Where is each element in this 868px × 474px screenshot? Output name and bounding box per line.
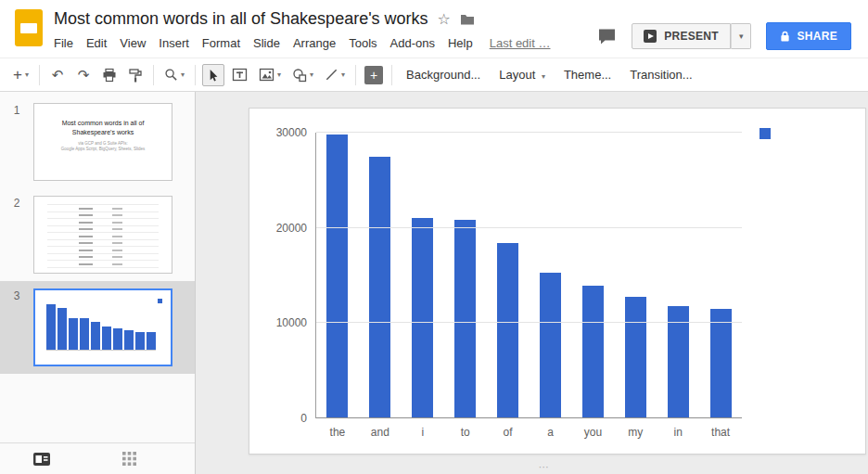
x-tick-label-the: the <box>316 426 359 439</box>
slide-thumbnail-row-1[interactable]: 1 Most common words in all of Shakespear… <box>0 96 195 188</box>
cursor-icon <box>206 68 220 83</box>
slide-1-content: Most common words in all of Shakespeare'… <box>34 104 172 153</box>
slide-canvas[interactable]: theanditoofayoumyinthat 0100002000030000 <box>249 108 866 455</box>
grid-view-icon <box>122 452 136 466</box>
text-box-button[interactable] <box>228 64 251 86</box>
bar-that[interactable] <box>710 309 732 418</box>
mini-bar-that <box>147 332 156 350</box>
bar-i[interactable] <box>412 218 433 418</box>
thumb1-subtitle: via GCP and G Suite APIs: Google Apps Sc… <box>44 141 162 154</box>
paint-format-button[interactable] <box>124 64 147 86</box>
thumb2-table-row <box>47 261 159 268</box>
slide-number: 1 <box>0 103 33 116</box>
undo-button[interactable]: ↶ <box>46 64 69 86</box>
y-tick-label-10000: 10000 <box>276 317 307 328</box>
print-icon <box>102 68 117 83</box>
x-tick-label-in: in <box>657 426 699 439</box>
gridline-10000 <box>316 322 742 323</box>
x-tick-label-of: of <box>487 426 530 439</box>
insert-line-button[interactable]: ▾ <box>321 64 349 86</box>
bar-you[interactable] <box>582 286 604 418</box>
bar-the[interactable] <box>326 135 348 418</box>
background-button[interactable]: Background... <box>397 64 490 85</box>
menu-arrange[interactable]: Arrange <box>287 33 342 53</box>
google-slides-app: Most common words in all of Shakespeare'… <box>0 0 868 474</box>
present-button[interactable]: PRESENT <box>632 23 731 49</box>
x-tick-label-a: a <box>530 426 572 439</box>
menu-help[interactable]: Help <box>441 33 479 53</box>
layout-label: Layout <box>499 68 535 82</box>
slide-2-thumbnail[interactable] <box>33 196 172 274</box>
share-button[interactable]: SHARE <box>766 22 851 50</box>
redo-button[interactable]: ↷ <box>72 64 95 86</box>
thumb2-table-row <box>47 233 159 240</box>
mini-bar-my <box>124 330 134 350</box>
menu-format[interactable]: Format <box>196 33 247 53</box>
thumb1-subtitle-line1: via GCP and G Suite APIs: <box>44 141 162 147</box>
grid-view-button[interactable] <box>119 448 140 469</box>
gridline-30000 <box>316 132 742 133</box>
menu-slide[interactable]: Slide <box>247 33 287 53</box>
scroll-handle[interactable]: ⋯ <box>539 461 550 473</box>
slide-thumbnail-row-2[interactable]: 2 <box>0 188 195 281</box>
toolbar-separator <box>355 65 356 85</box>
bar-and[interactable] <box>369 157 390 418</box>
plus-icon: + <box>13 67 22 83</box>
mini-bar-in <box>135 332 145 350</box>
thumb3-legend-swatch <box>158 299 162 303</box>
bar-to[interactable] <box>454 220 476 418</box>
new-slide-button[interactable]: + ▾ <box>9 64 32 86</box>
mini-bar-to <box>80 318 89 350</box>
insert-placeholder-button[interactable]: + <box>363 64 385 86</box>
header-main: Most common words in all of Shakespeare'… <box>54 7 597 58</box>
folder-icon[interactable] <box>460 13 475 25</box>
menu-edit[interactable]: Edit <box>80 33 113 53</box>
menu-file[interactable]: File <box>47 33 80 53</box>
bar-of[interactable] <box>497 243 518 418</box>
chart-xlabels: theanditoofayoumyinthat <box>316 426 742 439</box>
print-button[interactable] <box>98 64 121 86</box>
slide-3-thumbnail[interactable] <box>33 288 172 366</box>
menu-insert[interactable]: Insert <box>152 33 196 53</box>
present-dropdown-button[interactable]: ▾ <box>731 23 752 49</box>
chart-plot: theanditoofayoumyinthat 0100002000030000 <box>315 133 742 418</box>
insert-image-button[interactable]: ▾ <box>255 64 285 86</box>
slides-logo-icon[interactable] <box>15 9 43 46</box>
last-edit-link[interactable]: Last edit … <box>483 33 557 53</box>
thumb2-table-row <box>47 226 159 234</box>
menu-view[interactable]: View <box>113 33 152 53</box>
star-icon[interactable]: ☆ <box>438 12 451 27</box>
filmstrip-view-icon <box>33 453 50 466</box>
bar-column-in <box>657 133 699 418</box>
bar-column-of <box>487 133 530 418</box>
x-tick-label-and: and <box>359 426 402 439</box>
toolbar-separator <box>391 65 392 85</box>
thumb1-title: Most common words in all of Shakespeare'… <box>44 119 162 137</box>
filmstrip-view-button[interactable] <box>30 449 54 469</box>
zoom-button[interactable]: ▾ <box>160 64 188 86</box>
theme-button[interactable]: Theme... <box>555 64 620 85</box>
layout-button[interactable]: Layout ▾ <box>490 64 555 85</box>
transition-button[interactable]: Transition... <box>620 64 701 85</box>
bar-a[interactable] <box>540 273 561 418</box>
comments-icon[interactable] <box>597 28 617 45</box>
x-tick-label-to: to <box>444 426 487 439</box>
slide-thumbnail-row-3[interactable]: 3 <box>0 281 195 374</box>
y-tick-label-30000: 30000 <box>276 127 307 138</box>
menu-add-ons[interactable]: Add-ons <box>384 33 441 53</box>
insert-shape-button[interactable]: ▾ <box>288 64 317 86</box>
document-title[interactable]: Most common words in all of Shakespeare'… <box>54 9 428 29</box>
select-tool-button[interactable] <box>202 64 224 86</box>
chevron-down-icon: ▾ <box>542 72 545 81</box>
bar-my[interactable] <box>625 297 646 418</box>
bar-chart[interactable]: theanditoofayoumyinthat 0100002000030000 <box>249 109 865 454</box>
share-label: SHARE <box>797 30 837 43</box>
toolbar-separator <box>195 65 196 85</box>
line-icon <box>325 68 338 82</box>
header-actions: PRESENT ▾ SHARE <box>597 7 859 58</box>
menu-tools[interactable]: Tools <box>342 33 383 53</box>
slide-1-thumbnail[interactable]: Most common words in all of Shakespeare'… <box>33 103 172 181</box>
toolbar: + ▾ ↶ ↷ ▾ ▾ ▾ <box>0 58 868 92</box>
filmstrip-footer <box>0 442 195 474</box>
y-tick-label-0: 0 <box>300 413 307 424</box>
